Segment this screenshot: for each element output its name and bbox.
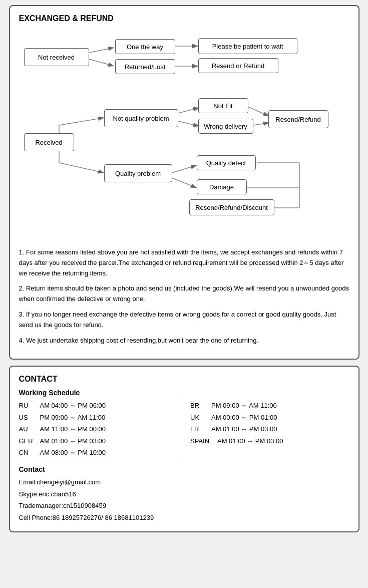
cellphone: Cell Phone:86 18925726276/ 86 1868110123… bbox=[19, 512, 349, 523]
policy-text: 1. For some reasons listed above,you are… bbox=[19, 247, 349, 346]
contact-title: CONTACT bbox=[19, 375, 349, 384]
skype: Skype:eric.chan516 bbox=[19, 488, 349, 500]
flowchart: Not received One the way Returned/Lost P… bbox=[19, 30, 349, 240]
schedule-row-spain: SPAIN AM 01:00 ～ PM 03:00 bbox=[190, 435, 349, 447]
returned-lost-box: Returned/Lost bbox=[115, 59, 175, 74]
trademanager: Trademanager:cn1510908459 bbox=[19, 500, 349, 511]
schedule-row-uk: UK AM 00:00 ～ PM 01:00 bbox=[190, 412, 349, 423]
schedule-row-cn: CN AM 08:00 ～ PM 10:00 bbox=[19, 447, 178, 458]
damage-box: Damage bbox=[197, 179, 247, 194]
time-cn: AM 08:00 ～ PM 10:00 bbox=[40, 447, 106, 458]
one-the-way-box: One the way bbox=[115, 39, 175, 54]
email: Email:chengeiyi@gmail.com bbox=[19, 476, 349, 488]
quality-defect-box: Quality defect bbox=[197, 155, 256, 170]
schedule-row-ger: GER AM 01:00 ～ PM 03:00 bbox=[19, 435, 178, 447]
svg-line-2 bbox=[89, 59, 114, 66]
svg-line-8 bbox=[59, 163, 104, 173]
schedule-divider bbox=[184, 400, 184, 458]
please-be-patient-box: Please be patient to wait bbox=[198, 38, 297, 54]
schedule-row-au: AU AM 11:00 ～ PM 00:00 bbox=[19, 423, 178, 435]
not-received-box: Not received bbox=[24, 48, 89, 66]
wrong-delivery-box: Wrong delivery bbox=[198, 119, 253, 134]
schedule-grid: RU AM 04:00 ～ PM 06:00 US PM 09:00 ～ AM … bbox=[19, 400, 349, 458]
time-au: AM 11:00 ～ PM 00:00 bbox=[40, 423, 106, 435]
label-au: AU bbox=[19, 423, 37, 435]
time-fr: AM 01:00 ～ PM 03:00 bbox=[211, 423, 277, 435]
schedule-left-col: RU AM 04:00 ～ PM 06:00 US PM 09:00 ～ AM … bbox=[19, 400, 178, 458]
not-quality-problem-box: Not quality problem bbox=[104, 109, 178, 127]
contact-card: CONTACT Working Schedule RU AM 04:00 ～ P… bbox=[9, 366, 359, 532]
label-spain: SPAIN bbox=[190, 435, 214, 447]
schedule-row-ru: RU AM 04:00 ～ PM 06:00 bbox=[19, 400, 178, 411]
time-ru: AM 04:00 ～ PM 06:00 bbox=[40, 400, 106, 411]
resend-or-refund-box: Resend or Refund bbox=[198, 58, 278, 73]
schedule-right-col: BR PM 09:00 ～ AM 11:00 UK AM 00:00 ～ PM … bbox=[190, 400, 349, 458]
policy-para-2: 2. Return items should be taken a photo … bbox=[19, 283, 349, 305]
not-fit-box: Not Fit bbox=[198, 98, 248, 113]
working-schedule-title: Working Schedule bbox=[19, 389, 349, 397]
contact-info: Email:chengeiyi@gmail.com Skype:eric.cha… bbox=[19, 476, 349, 523]
resend-refund-discount-box: Resend/Refund/Discount bbox=[189, 199, 274, 215]
time-uk: AM 00:00 ～ PM 01:00 bbox=[211, 412, 277, 423]
label-ger: GER bbox=[19, 435, 37, 447]
quality-problem-box: Quality problem bbox=[104, 164, 172, 182]
svg-line-6 bbox=[59, 118, 104, 125]
label-uk: UK bbox=[190, 412, 208, 423]
exchanged-refund-card: EXCHANGED & REFUND bbox=[9, 5, 359, 360]
contact-info-title: Contact bbox=[19, 465, 349, 473]
policy-para-3: 3. If you no longer need exchange the de… bbox=[19, 310, 349, 331]
schedule-row-us: US PM 09:00 ～ AM 11:00 bbox=[19, 412, 178, 423]
time-spain: AM 01:00 ～ PM 03:00 bbox=[217, 435, 283, 447]
svg-line-14 bbox=[172, 178, 197, 188]
policy-para-4: 4. We just undertake shipping cost of re… bbox=[19, 336, 349, 346]
svg-line-13 bbox=[172, 165, 197, 173]
time-us: PM 09:00 ～ AM 11:00 bbox=[40, 412, 106, 423]
time-br: PM 09:00 ～ AM 11:00 bbox=[211, 400, 277, 411]
label-cn: CN bbox=[19, 447, 37, 458]
exchanged-refund-title: EXCHANGED & REFUND bbox=[19, 14, 349, 23]
svg-line-1 bbox=[89, 48, 114, 53]
label-us: US bbox=[19, 412, 37, 423]
label-br: BR bbox=[190, 400, 208, 411]
label-ru: RU bbox=[19, 400, 37, 411]
schedule-row-br: BR PM 09:00 ～ AM 11:00 bbox=[190, 400, 349, 411]
resend-refund-box: Resend/Refund bbox=[268, 110, 328, 128]
schedule-row-fr: FR AM 01:00 ～ PM 03:00 bbox=[190, 423, 349, 435]
time-ger: AM 01:00 ～ PM 03:00 bbox=[40, 435, 106, 447]
policy-para-1: 1. For some reasons listed above,you are… bbox=[19, 247, 349, 278]
received-box: Received bbox=[24, 133, 74, 151]
label-fr: FR bbox=[190, 423, 208, 435]
